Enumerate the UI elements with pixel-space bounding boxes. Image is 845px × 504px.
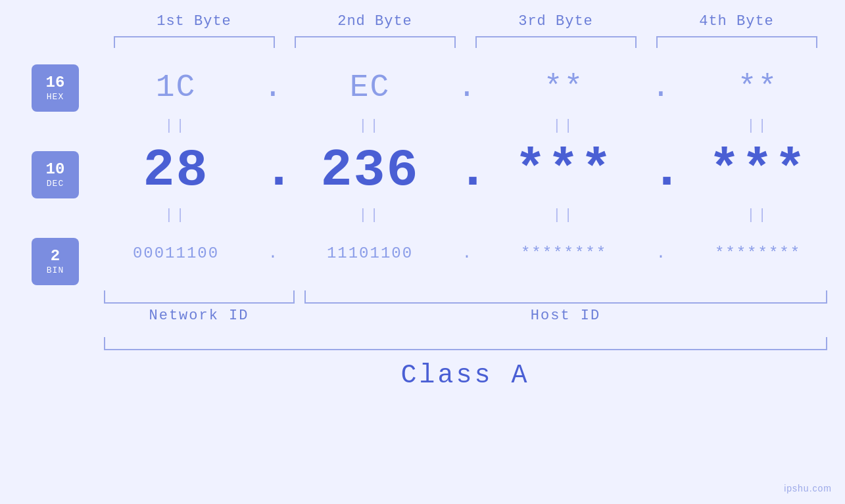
bottom-labels-row: Network ID Host ID [104,308,827,324]
full-bracket [104,337,827,350]
data-rows: 1C . EC . ** . ** || || || || 28 [89,61,845,279]
dec-badge-num: 10 [46,161,65,178]
bin-dot3: . [651,244,671,262]
bin-byte2: 11101100 [283,244,457,262]
bin-byte3: ******** [477,244,651,262]
eq1-b3: || [477,118,651,134]
dec-dot2: . [457,141,477,200]
main-container: 1st Byte 2nd Byte 3rd Byte 4th Byte 16 H… [0,0,845,504]
dec-byte4: *** [671,141,845,200]
hex-badge: 16 HEX [32,64,79,112]
hex-row: 1C . EC . ** . ** [89,61,845,114]
bin-dot2: . [457,244,477,262]
hex-badge-base: HEX [47,92,64,102]
host-bracket [304,290,827,304]
eq1-b4: || [671,118,845,134]
bin-row: 00011100 . 11101100 . ******** . *******… [89,227,845,279]
dec-byte1: 28 [89,141,263,200]
top-brackets-row [104,36,827,48]
bin-badge-base: BIN [47,265,64,275]
bottom-brackets [104,290,827,304]
hex-dot1: . [263,70,283,105]
dec-byte3: *** [477,141,651,200]
byte-headers-row: 1st Byte 2nd Byte 3rd Byte 4th Byte [104,13,827,30]
hex-badge-num: 16 [46,74,65,91]
bin-badge-num: 2 [51,248,60,265]
content-area: 16 HEX 10 DEC 2 BIN 1C . EC . ** [0,61,845,285]
eq2-b2: || [283,207,457,223]
dec-badge: 10 DEC [32,151,79,198]
byte3-header: 3rd Byte [466,13,646,30]
dec-dot1: . [263,141,283,200]
labels-column: 16 HEX 10 DEC 2 BIN [0,61,89,285]
hex-byte4: ** [671,70,845,105]
bracket-byte4 [656,36,817,48]
hex-dot2: . [457,70,477,105]
eq1-b1: || [89,118,263,134]
watermark: ipshu.com [784,483,832,493]
dec-dot3: . [651,141,671,200]
eq2-b3: || [477,207,651,223]
host-id-label: Host ID [304,308,827,324]
full-bracket-wrap: Class A [104,337,827,390]
hex-byte3: ** [477,70,651,105]
byte1-header: 1st Byte [104,13,285,30]
bracket-byte2 [295,36,456,48]
byte4-header: 4th Byte [646,13,827,30]
eq2-b4: || [671,207,845,223]
network-id-label: Network ID [104,308,295,324]
dec-badge-base: DEC [47,179,64,189]
eq-row-1: || || || || [89,114,845,137]
bin-badge: 2 BIN [32,238,79,285]
hex-byte2: EC [283,70,457,105]
eq1-b2: || [283,118,457,134]
eq-row-2: || || || || [89,203,845,227]
dec-byte2: 236 [283,141,457,200]
network-bracket [104,290,295,304]
bin-byte4: ******** [671,244,845,262]
bin-dot1: . [263,244,283,262]
bracket-byte1 [114,36,275,48]
hex-dot3: . [651,70,671,105]
class-label: Class A [104,361,827,390]
hex-byte1: 1C [89,70,263,105]
bracket-byte3 [475,36,637,48]
bin-byte1: 00011100 [89,244,263,262]
eq2-b1: || [89,207,263,223]
byte2-header: 2nd Byte [285,13,466,30]
dec-row: 28 . 236 . *** . *** [89,137,845,203]
